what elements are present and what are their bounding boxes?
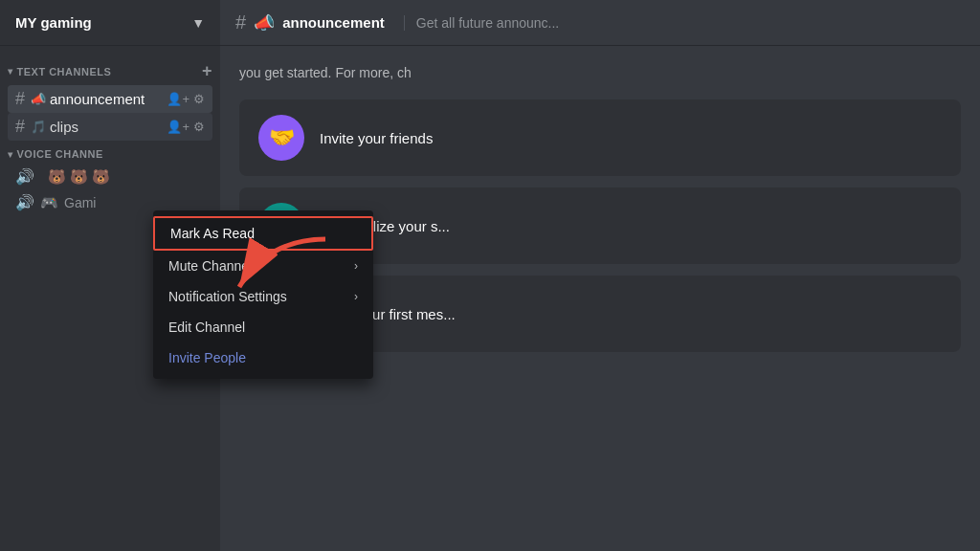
voice-avatar-1: 🐻	[48, 168, 66, 186]
gear-icon[interactable]: ⚙	[193, 92, 205, 106]
megaphone-icon: 📣	[31, 92, 46, 106]
context-menu-mute-channel[interactable]: Mute Channel ›	[153, 251, 373, 281]
gamepad-icon: 🎮	[40, 194, 58, 211]
voice-users: 🐻 🐻 🐻	[48, 168, 110, 186]
app-layout: MY gaming ▼ ▾ TEXT CHANNELS + # 📣 announ…	[0, 0, 980, 551]
invite-people-label: Invite People	[168, 350, 246, 365]
speaker-icon: 🔊	[15, 167, 34, 186]
add-member-icon-clips[interactable]: 👤+	[167, 120, 189, 134]
server-name: MY gaming	[15, 14, 191, 31]
voice-channels-section: ▾ VOICE CHANNE 🔊 🐻 🐻 🐻 🔊 🎮 Gami	[0, 148, 220, 215]
channel-name-announcement: announcement	[50, 91, 145, 107]
channel-header-hash-icon: #	[235, 11, 246, 33]
speaker-icon-2: 🔊	[15, 193, 34, 211]
hash-icon: #	[15, 89, 25, 109]
expand-voice-icon: ▾	[8, 149, 13, 160]
gear-icon-clips[interactable]: ⚙	[193, 120, 205, 134]
expand-icon: ▾	[8, 66, 13, 77]
channel-item-clips[interactable]: # 🎵 clips 👤+ ⚙	[8, 113, 212, 141]
arrow-right-icon: ›	[354, 259, 358, 273]
channel-header-description: Get all future announc...	[404, 15, 559, 31]
gaming-channel-name: Gami	[64, 195, 96, 210]
mark-as-read-label: Mark As Read	[170, 226, 255, 241]
mute-channel-label: Mute Channel	[168, 258, 252, 274]
context-menu: Mark As Read Mute Channel › Notification…	[153, 210, 373, 379]
hash-icon-clips: #	[15, 117, 25, 137]
channel-header: # 📣 announcement Get all future announc.…	[220, 0, 980, 46]
channel-header-name: announcement	[282, 14, 385, 31]
text-channels-header[interactable]: ▾ TEXT CHANNELS +	[0, 61, 220, 85]
add-channel-button[interactable]: +	[202, 61, 212, 81]
edit-channel-label: Edit Channel	[168, 320, 245, 335]
server-header[interactable]: MY gaming ▼	[0, 0, 220, 46]
chevron-down-icon: ▼	[191, 15, 205, 31]
channel-name-clips: clips	[50, 119, 78, 135]
text-channels-section: ▾ TEXT CHANNELS + # 📣 announcement 👤+ ⚙ …	[0, 61, 220, 141]
channel-header-megaphone-icon: 📣	[254, 12, 275, 33]
context-menu-edit-channel[interactable]: Edit Channel	[153, 312, 373, 342]
context-menu-invite-people[interactable]: Invite People	[153, 342, 373, 373]
voice-item-1[interactable]: 🔊 🐻 🐻 🐻	[8, 164, 212, 189]
channel-actions-announcement: 👤+ ⚙	[167, 92, 205, 106]
add-member-icon[interactable]: 👤+	[167, 92, 189, 106]
channel-item-announcement[interactable]: # 📣 announcement 👤+ ⚙	[8, 85, 212, 113]
channel-actions-clips: 👤+ ⚙	[167, 120, 205, 134]
music-icon: 🎵	[31, 120, 46, 134]
voice-avatar-2: 🐻	[70, 168, 88, 186]
context-menu-notification-settings[interactable]: Notification Settings ›	[153, 281, 373, 312]
voice-channels-label: VOICE CHANNE	[17, 148, 103, 160]
invite-friends-text: Invite your friends	[320, 130, 433, 146]
voice-avatar-3: 🐻	[92, 168, 110, 186]
welcome-intro-text: you get started. For more, ch	[239, 65, 961, 80]
arrow-right-icon-2: ›	[354, 290, 358, 303]
welcome-card-invite[interactable]: 🤝 Invite your friends	[239, 99, 961, 176]
sidebar: MY gaming ▼ ▾ TEXT CHANNELS + # 📣 announ…	[0, 0, 220, 551]
notification-settings-label: Notification Settings	[168, 289, 287, 304]
text-channels-label: TEXT CHANNELS	[17, 66, 112, 77]
invite-friends-icon: 🤝	[258, 115, 304, 161]
context-menu-mark-as-read[interactable]: Mark As Read	[153, 216, 373, 251]
voice-channels-header[interactable]: ▾ VOICE CHANNE	[0, 148, 220, 164]
